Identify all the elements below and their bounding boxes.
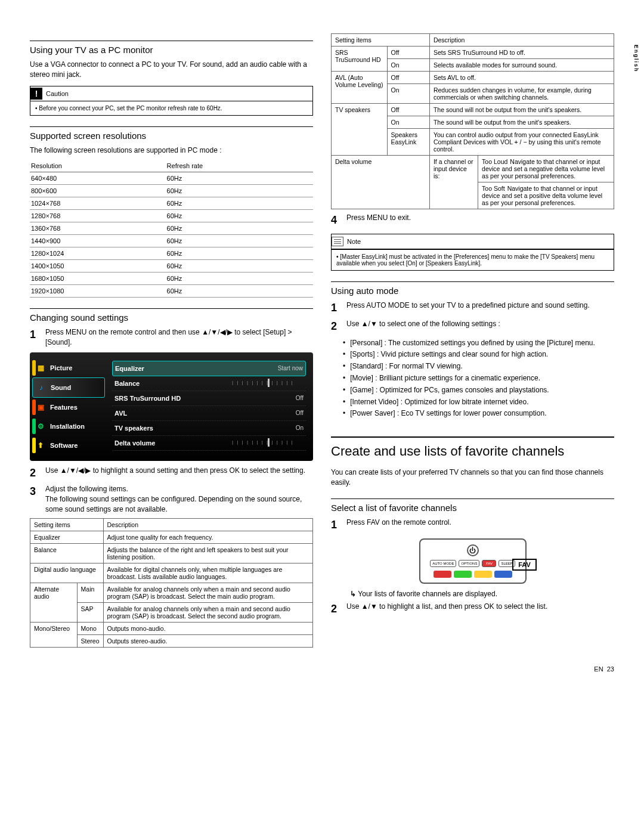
sound-step4: Press MENU to exit. <box>346 213 411 228</box>
osd-menu-item: ♪Sound <box>32 377 105 398</box>
caution-box: ! Caution • Before you connect your PC, … <box>30 86 313 116</box>
remote-diagram: ⏻ AUTO MODE OPTIONS FAV SLEEP FAV <box>331 538 614 584</box>
auto-mode-item: [Power Saver] : Eco TV settings for lowe… <box>343 408 614 419</box>
caution-icon: ! <box>30 88 42 100</box>
auto-mode-item: [Standard] : For normal TV viewing. <box>343 361 614 371</box>
auto-mode-item: [Sports] : Vivid picture settings and cl… <box>343 349 614 360</box>
res-cell: 1440×900 <box>30 235 166 247</box>
fav-step1: Press FAV on the remote control. <box>346 518 451 532</box>
res-cell: 800×600 <box>30 185 166 197</box>
osd-menu-item: ▣Features <box>32 398 105 417</box>
sound-step3a: Adjust the following items. <box>45 485 128 493</box>
rate-cell: 60Hz <box>166 285 313 298</box>
osd-setting-row: SRS TruSurround HDOff <box>112 391 306 406</box>
rate-cell: 60Hz <box>166 185 313 197</box>
osd-setting-row: EqualizerStart now <box>112 361 306 376</box>
res-cell: 1360×768 <box>30 222 166 235</box>
rate-cell: 60Hz <box>166 222 313 235</box>
section-resolutions: Supported screen resolutions <box>30 126 313 141</box>
section-select-fav: Select a list of favorite channels <box>331 498 614 513</box>
remote-btn-fav: FAV <box>482 560 496 567</box>
auto-mode-item: [Movie] : Brilliant picture settings for… <box>343 373 614 383</box>
note-text: • [Master EasyLink] must be activated in… <box>336 253 595 267</box>
section-pc-monitor: Using your TV as a PC monitor <box>30 41 313 55</box>
res-cell: 1280×768 <box>30 210 166 222</box>
fav-callout: FAV <box>512 559 537 571</box>
fav-result: Your lists of favorite channels are disp… <box>350 590 614 598</box>
osd-menu-item: ▦Picture <box>32 358 105 377</box>
caution-label: Caution <box>46 90 69 97</box>
favorites-desc: You can create lists of your preferred T… <box>331 467 614 488</box>
osd-setting-row: TV speakersOn <box>112 421 306 436</box>
res-cell: 1400×1050 <box>30 260 166 272</box>
note-box: Note • [Master EasyLink] must be activat… <box>331 234 614 271</box>
pc-monitor-desc: Use a VGA connector to connect a PC to y… <box>30 60 313 80</box>
res-cell: 1024×768 <box>30 197 166 210</box>
power-icon: ⏻ <box>467 544 479 556</box>
blue-button <box>494 571 512 578</box>
osd-setting-row: AVLOff <box>112 406 306 421</box>
rate-cell: 60Hz <box>166 247 313 260</box>
res-cell: 1680×1050 <box>30 272 166 285</box>
fav-step2: Use ▲/▼ to highlight a list, and then pr… <box>346 602 547 617</box>
caution-text: • Before you connect your PC, set the PC… <box>35 105 222 112</box>
rate-cell: 60Hz <box>166 235 313 247</box>
auto-step2: Use ▲/▼ to select one of the following s… <box>346 319 500 334</box>
page-footer: EN 23 <box>0 665 644 685</box>
auto-mode-item: [Game] : Optimized for PCs, games consol… <box>343 385 614 395</box>
res-cell: 1920×1080 <box>30 285 166 298</box>
resolutions-table: ResolutionRefresh rate 640×48060Hz800×60… <box>30 160 313 298</box>
note-icon <box>332 237 343 246</box>
auto-mode-item: [Internet Video] : Optimized for low bit… <box>343 397 614 407</box>
note-label: Note <box>347 238 361 245</box>
section-auto-mode: Using auto mode <box>331 281 614 296</box>
left-column: Using your TV as a PC monitor Use a VGA … <box>30 30 313 648</box>
rate-cell: 60Hz <box>166 260 313 272</box>
osd-setting-row: Delta volume <box>112 436 306 451</box>
red-button <box>434 571 451 578</box>
osd-screenshot: ▦Picture♪Sound▣Features⚙Installation⬆Sof… <box>30 352 313 461</box>
osd-menu-item: ⚙Installation <box>32 417 105 436</box>
rate-cell: 60Hz <box>166 210 313 222</box>
green-button <box>454 571 472 578</box>
res-cell: 1280×1024 <box>30 247 166 260</box>
auto-mode-item: [Personal] : The customized settings you… <box>343 338 614 348</box>
auto-step1: Press AUTO MODE to set your TV to a pred… <box>346 301 590 315</box>
remote-btn: OPTIONS <box>459 560 479 567</box>
language-tab: English <box>633 45 639 73</box>
auto-mode-list: [Personal] : The customized settings you… <box>343 338 614 419</box>
sound-settings-table: Setting itemsDescription EqualizerAdjust… <box>30 518 313 648</box>
section-favorites: Create and use lists of favorite channel… <box>331 436 614 459</box>
sound-settings-table-2: Setting itemsDescription SRS TruSurround… <box>331 33 614 209</box>
yellow-button <box>474 571 492 578</box>
rate-cell: 60Hz <box>166 172 313 185</box>
sound-step1: Press MENU on the remote control and the… <box>45 327 313 348</box>
res-cell: 640×480 <box>30 172 166 185</box>
osd-setting-row: Balance <box>112 376 306 391</box>
section-sound: Changing sound settings <box>30 308 313 323</box>
resolutions-desc: The following screen resolutions are sup… <box>30 145 313 156</box>
sound-step3b: The following sound settings can be conf… <box>45 495 302 513</box>
rate-cell: 60Hz <box>166 197 313 210</box>
rate-cell: 60Hz <box>166 272 313 285</box>
right-column: Setting itemsDescription SRS TruSurround… <box>331 30 614 648</box>
osd-menu-item: ⬆Software <box>32 436 105 455</box>
sound-step2: Use ▲/▼/◀/▶ to highlight a sound setting… <box>45 466 305 481</box>
remote-btn: AUTO MODE <box>430 560 456 567</box>
